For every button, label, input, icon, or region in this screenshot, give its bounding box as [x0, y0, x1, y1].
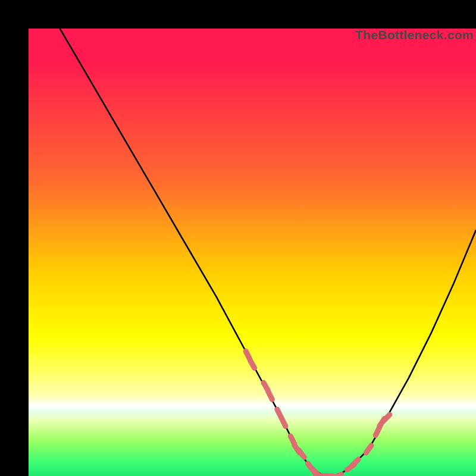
marker-dash: [352, 459, 359, 466]
curve-path: [60, 29, 476, 476]
chart-frame: TheBottleneck.com: [0, 0, 476, 476]
chart-plot-area: TheBottleneck.com: [29, 29, 476, 476]
marker-dash: [281, 418, 286, 426]
chart-svg: [29, 29, 476, 476]
marker-dash: [366, 446, 371, 453]
marker-dash: [299, 450, 304, 457]
marker-dash: [383, 415, 390, 421]
marker-group: [246, 351, 390, 476]
marker-dash: [268, 392, 273, 399]
bottleneck-curve: [60, 29, 476, 476]
marker-dash: [250, 361, 254, 368]
